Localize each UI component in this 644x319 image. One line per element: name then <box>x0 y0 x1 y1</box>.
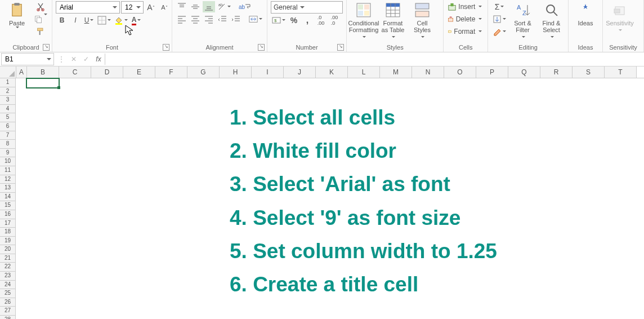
column-header-S[interactable]: S <box>573 67 605 78</box>
select-all-corner[interactable] <box>0 67 16 78</box>
column-header-E[interactable]: E <box>123 67 155 78</box>
row-header-11[interactable]: 11 <box>0 166 16 175</box>
autosum-button[interactable]: Σ <box>491 1 507 12</box>
align-top-icon[interactable] <box>176 1 188 12</box>
row-header-13[interactable]: 13 <box>0 184 16 193</box>
column-header-Q[interactable]: Q <box>508 67 540 78</box>
font-size-select[interactable] <box>121 1 144 14</box>
column-header-H[interactable]: H <box>220 67 252 78</box>
percent-format-icon[interactable]: % <box>288 15 300 26</box>
row-header-16[interactable]: 16 <box>0 210 16 219</box>
fx-icon[interactable]: fx <box>92 55 105 63</box>
align-bottom-icon[interactable] <box>203 1 215 12</box>
orientation-icon[interactable]: ab <box>216 1 232 12</box>
sensitivity-button[interactable]: Sensitivity <box>606 1 633 39</box>
column-header-N[interactable]: N <box>412 67 444 78</box>
copy-button[interactable] <box>33 14 48 25</box>
row-header-1[interactable]: 1 <box>0 78 16 87</box>
row-header-15[interactable]: 15 <box>0 201 16 210</box>
name-box[interactable] <box>1 53 54 65</box>
row-header-27[interactable]: 27 <box>0 307 16 316</box>
column-header-F[interactable]: F <box>155 67 187 78</box>
formula-dropdown-icon[interactable]: ⋮ <box>55 55 68 63</box>
decrease-indent-icon[interactable] <box>216 14 229 25</box>
fill-color-button[interactable] <box>113 15 129 26</box>
decrease-font-icon[interactable]: A˅ <box>158 2 171 13</box>
row-header-17[interactable]: 17 <box>0 219 16 228</box>
number-dialog-icon[interactable]: ↘ <box>337 44 344 51</box>
row-header-19[interactable]: 19 <box>0 237 16 246</box>
cut-button[interactable] <box>33 1 48 12</box>
sort-filter-button[interactable]: AZ Sort & Filter <box>509 1 536 39</box>
format-as-table-button[interactable]: Format as Table <box>379 1 406 39</box>
column-header-P[interactable]: P <box>476 67 508 78</box>
accounting-format-icon[interactable]: $ <box>271 15 287 26</box>
row-header-20[interactable]: 20 <box>0 245 16 254</box>
column-header-L[interactable]: L <box>348 67 380 78</box>
cancel-formula-icon[interactable]: ✕ <box>68 55 80 63</box>
number-format-select[interactable]: General <box>271 1 343 14</box>
column-header-C[interactable]: C <box>59 67 91 78</box>
row-header-10[interactable]: 10 <box>0 157 16 166</box>
format-cells-button[interactable]: Format <box>447 26 483 37</box>
format-painter-button[interactable] <box>33 26 48 37</box>
column-header-T[interactable]: T <box>605 67 637 78</box>
align-middle-icon[interactable] <box>189 1 202 12</box>
column-header-O[interactable]: O <box>444 67 476 78</box>
row-header-9[interactable]: 9 <box>0 149 16 158</box>
font-dialog-icon[interactable]: ↘ <box>163 44 169 51</box>
row-header-7[interactable]: 7 <box>0 131 16 140</box>
column-header-R[interactable]: R <box>540 67 573 78</box>
increase-indent-icon[interactable] <box>230 14 242 25</box>
alignment-dialog-icon[interactable]: ↘ <box>258 44 265 51</box>
clear-button[interactable] <box>491 26 507 37</box>
delete-cells-button[interactable]: Delete <box>447 14 483 25</box>
row-header-2[interactable]: 2 <box>0 87 16 96</box>
row-header-24[interactable]: 24 <box>0 281 16 290</box>
align-right-icon[interactable] <box>203 14 215 25</box>
merge-center-button[interactable] <box>248 14 263 25</box>
borders-button[interactable] <box>96 15 112 26</box>
row-header-12[interactable]: 12 <box>0 175 16 184</box>
row-header-14[interactable]: 14 <box>0 193 16 202</box>
row-header-4[interactable]: 4 <box>0 105 16 114</box>
increase-decimal-icon[interactable]: .0.00 <box>315 15 327 26</box>
row-header-8[interactable]: 8 <box>0 140 16 149</box>
underline-button[interactable]: U <box>83 15 95 26</box>
row-header-21[interactable]: 21 <box>0 254 16 263</box>
bold-button[interactable]: B <box>56 15 68 26</box>
increase-font-icon[interactable]: A˄ <box>145 2 157 13</box>
comma-format-icon[interactable]: , <box>301 15 314 26</box>
italic-button[interactable]: I <box>69 15 82 26</box>
paste-button[interactable]: Paste <box>3 1 30 39</box>
row-header-25[interactable]: 25 <box>0 289 16 298</box>
font-name-select[interactable] <box>56 1 120 14</box>
column-header-M[interactable]: M <box>380 67 412 78</box>
find-select-button[interactable]: Find & Select <box>538 1 565 39</box>
font-color-button[interactable]: A <box>130 15 142 26</box>
column-header-I[interactable]: I <box>252 67 284 78</box>
insert-cells-button[interactable]: Insert <box>447 1 483 12</box>
selected-cell[interactable] <box>26 78 60 88</box>
row-header-28[interactable]: 28 <box>0 316 16 319</box>
formula-input[interactable] <box>105 54 644 65</box>
align-left-icon[interactable] <box>176 14 188 25</box>
fill-button[interactable] <box>491 14 507 25</box>
align-center-icon[interactable] <box>189 14 202 25</box>
column-header-B[interactable]: B <box>27 67 59 78</box>
decrease-decimal-icon[interactable]: .00.0 <box>328 15 341 26</box>
row-header-22[interactable]: 22 <box>0 263 16 272</box>
enter-formula-icon[interactable]: ✓ <box>80 55 92 63</box>
wrap-text-button[interactable]: ab <box>238 1 252 12</box>
row-header-6[interactable]: 6 <box>0 122 16 131</box>
ideas-button[interactable]: Ideas <box>572 1 599 39</box>
column-header-A[interactable]: A <box>16 67 27 78</box>
cell-styles-button[interactable]: Cell Styles <box>409 1 436 39</box>
row-header-23[interactable]: 23 <box>0 272 16 281</box>
row-header-3[interactable]: 3 <box>0 96 16 105</box>
column-header-K[interactable]: K <box>316 67 348 78</box>
conditional-formatting-button[interactable]: Conditional Formatting <box>350 1 377 39</box>
row-header-26[interactable]: 26 <box>0 298 16 307</box>
column-header-G[interactable]: G <box>187 67 220 78</box>
row-header-18[interactable]: 18 <box>0 228 16 237</box>
